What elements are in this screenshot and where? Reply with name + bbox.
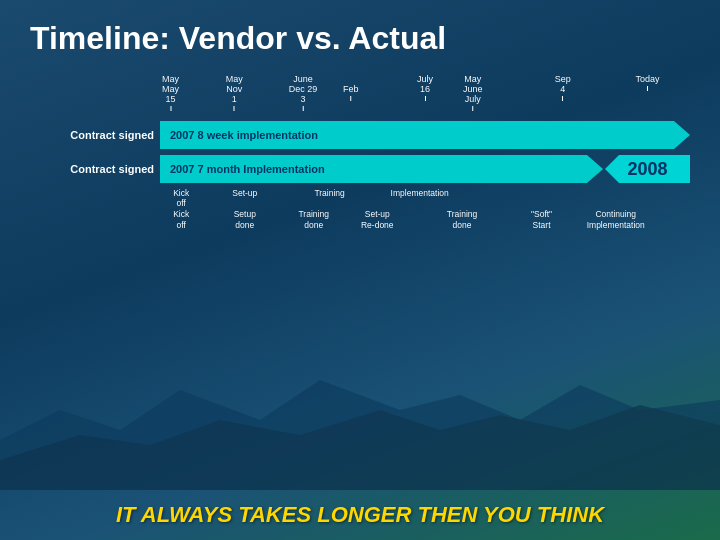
date-headers: May May 15 May Nov 1 June Dec 29 3: [160, 75, 690, 117]
sub-setup-vendor: Set-up: [202, 188, 287, 208]
date-marker-4: Feb: [343, 75, 359, 101]
actual-sub-labels: Kick off Setup done Training done Set-up…: [160, 209, 690, 229]
vendor-row: Contract signed 2007 8 week implementati…: [30, 120, 690, 150]
date-marker-1: May May 15: [162, 75, 179, 111]
date-marker-7: Sep 4: [555, 75, 571, 101]
sub-training-actual: Training done: [287, 209, 340, 229]
sub-kickoff-vendor: Kick off: [160, 188, 202, 208]
bottom-tagline: IT ALWAYS TAKES LONGER THEN YOU THINK: [0, 502, 720, 528]
sub-continuing: Continuing Implementation: [573, 209, 658, 229]
actual-label: Contract signed: [30, 163, 160, 175]
sub-redo-actual: Set-up Re-done: [340, 209, 414, 229]
date-marker-6: May June July: [463, 75, 483, 111]
main-content: Timeline: Vendor vs. Actual May May 15 M…: [0, 0, 720, 260]
sub-setup-actual: Setup done: [202, 209, 287, 229]
date-marker-3: June Dec 29 3: [289, 75, 318, 111]
timeline: May May 15 May Nov 1 June Dec 29 3: [30, 75, 690, 240]
sub-kickoff-actual: Kick off: [160, 209, 202, 229]
sub-training-vendor: Training: [287, 188, 372, 208]
sub-impl-vendor: Implementation: [372, 188, 467, 208]
vendor-arrow: 2007 8 week implementation: [160, 121, 690, 149]
mountain-silhouette: [0, 350, 720, 490]
badge-2008: 2008: [605, 155, 690, 183]
date-marker-2: May Nov 1: [226, 75, 243, 111]
actual-arrow-text: 2007 7 month Implementation: [170, 163, 325, 175]
actual-row: Contract signed 2007 7 month Implementat…: [30, 154, 690, 184]
date-marker-5: July 16: [417, 75, 433, 101]
actual-arrow: 2007 7 month Implementation: [160, 155, 603, 183]
vendor-arrow-text: 2007 8 week implementation: [170, 129, 318, 141]
vendor-sub-labels: Kick off Set-up Training Implementation: [160, 188, 690, 208]
sub-training2-actual: Training done: [414, 209, 509, 229]
date-marker-today: Today: [636, 75, 660, 91]
sub-soft-start: "Soft" Start: [510, 209, 574, 229]
svg-marker-1: [0, 405, 720, 490]
page-title: Timeline: Vendor vs. Actual: [30, 20, 690, 57]
vendor-label: Contract signed: [30, 129, 160, 141]
